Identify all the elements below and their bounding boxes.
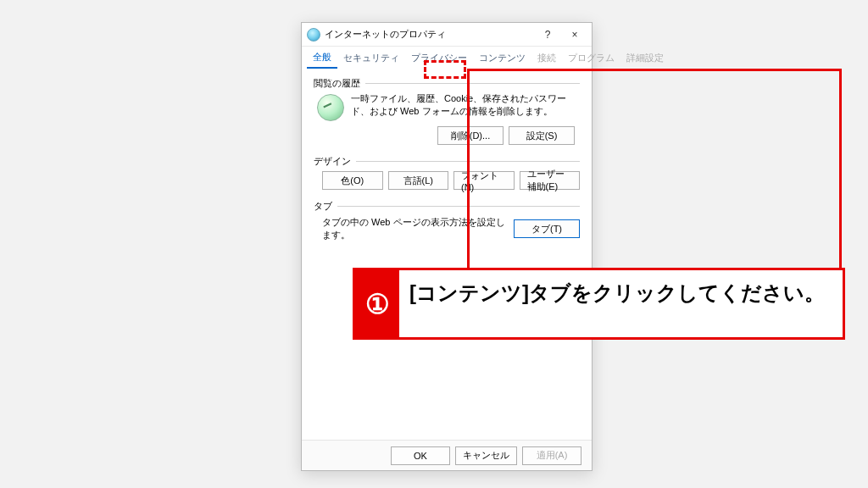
group-design: デザイン 色(O) 言語(L) フォント(N) ユーザー補助(E) [314,155,580,190]
divider [365,83,580,84]
apply-button[interactable]: 適用(A) [522,446,581,465]
divider [356,161,580,162]
dialog-button-bar: OK キャンセル 適用(A) [302,440,592,470]
group-browsing-history: 閲覧の履歴 一時ファイル、履歴、Cookie、保存されたパスワード、および We… [314,77,580,145]
tabs-description: タブの中の Web ページの表示方法を設定します。 [314,216,505,241]
help-button[interactable]: ? [534,25,561,44]
cancel-button[interactable]: キャンセル [455,446,517,465]
history-icon [317,94,344,121]
languages-button[interactable]: 言語(L) [388,171,449,190]
colors-button[interactable]: 色(O) [322,171,383,190]
close-button[interactable]: × [561,25,588,44]
tab-contents[interactable]: コンテンツ [473,48,531,69]
history-settings-button[interactable]: 設定(S) [509,126,575,145]
fonts-button[interactable]: フォント(N) [453,171,515,190]
group-title-design: デザイン [314,155,351,168]
titlebar: インターネットのプロパティ ? × [302,23,592,47]
tab-strip: 全般 セキュリティ プライバシー コンテンツ 接続 プログラム 詳細設定 [302,47,592,69]
delete-button[interactable]: 削除(D)... [437,126,504,145]
accessibility-button[interactable]: ユーザー補助(E) [520,171,581,190]
tab-privacy[interactable]: プライバシー [405,48,473,69]
tab-content: 閲覧の履歴 一時ファイル、履歴、Cookie、保存されたパスワード、および We… [302,69,592,241]
history-description: 一時ファイル、履歴、Cookie、保存されたパスワード、および Web フォーム… [351,92,580,119]
tab-security[interactable]: セキュリティ [337,48,405,69]
tab-connections[interactable]: 接続 [531,48,562,69]
divider [337,206,580,207]
group-tabs: タブ タブの中の Web ページの表示方法を設定します。 タブ(T) [314,200,580,241]
internet-properties-dialog: インターネットのプロパティ ? × 全般 セキュリティ プライバシー コンテンツ… [301,22,593,471]
internet-icon [307,28,320,42]
instruction-box: ① [コンテンツ]タブをクリックしてください。 [353,268,845,340]
ok-button[interactable]: OK [391,446,450,465]
tab-advanced[interactable]: 詳細設定 [620,48,670,69]
group-title-history: 閲覧の履歴 [314,77,360,90]
dialog-title: インターネットのプロパティ [325,28,446,41]
tab-programs[interactable]: プログラム [562,48,620,69]
tab-general[interactable]: 全般 [307,47,337,69]
instruction-text: [コンテンツ]タブをクリックしてください。 [399,270,843,337]
tabs-button[interactable]: タブ(T) [514,219,580,238]
group-title-tabs: タブ [314,200,332,213]
step-number-badge: ① [355,270,399,337]
